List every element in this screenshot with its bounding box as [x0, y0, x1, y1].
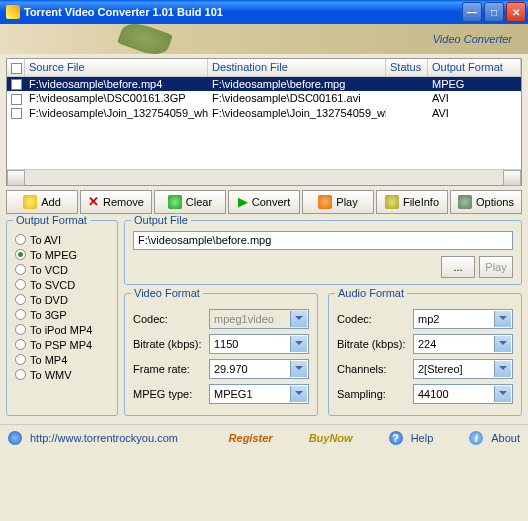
format-radio-to-ipod-mp4[interactable]: To iPod MP4	[15, 324, 109, 336]
radio-icon	[15, 234, 26, 245]
table-row[interactable]: ✓F:\videosample\before.mp4F:\videosample…	[7, 77, 521, 92]
cell-format: AVI	[428, 107, 521, 120]
video-format-legend: Video Format	[131, 287, 203, 299]
radio-icon	[15, 354, 26, 365]
add-button[interactable]: Add	[6, 190, 78, 214]
cell-format: AVI	[428, 92, 521, 105]
website-link[interactable]: http://www.torrentrockyou.com	[30, 432, 178, 444]
cell-status	[386, 92, 428, 105]
maximize-button[interactable]: □	[484, 2, 504, 22]
col-checkbox[interactable]	[7, 59, 25, 76]
clear-button[interactable]: Clear	[154, 190, 226, 214]
format-radio-to-mpeg[interactable]: To MPEG	[15, 249, 109, 261]
radio-icon	[15, 369, 26, 380]
radio-icon	[15, 264, 26, 275]
table-row[interactable]: F:\videosample\DSC00161.3GPF:\videosampl…	[7, 91, 521, 106]
gear-icon	[458, 195, 472, 209]
row-checkbox[interactable]	[11, 108, 22, 119]
audio-format-group: Audio Format Codec:mp2 Bitrate (kbps):22…	[328, 293, 522, 416]
convert-button[interactable]: ▶Convert	[228, 190, 300, 214]
row-checkbox[interactable]	[11, 94, 22, 105]
video-framerate-label: Frame rate:	[133, 363, 205, 375]
horizontal-scrollbar[interactable]	[7, 169, 521, 185]
format-radio-to-svcd[interactable]: To SVCD	[15, 279, 109, 291]
help-icon: ?	[389, 431, 403, 445]
cell-source: F:\videosample\DSC00161.3GP	[25, 92, 208, 105]
output-file-group: Output File ... Play	[124, 220, 522, 285]
output-format-legend: Output Format	[13, 214, 90, 226]
info-icon: i	[469, 431, 483, 445]
audio-codec-select[interactable]: mp2	[413, 309, 513, 329]
col-dest[interactable]: Destination File	[208, 59, 386, 76]
audio-bitrate-label: Bitrate (kbps):	[337, 338, 409, 350]
banner-text: Video Converter	[433, 33, 512, 45]
output-file-legend: Output File	[131, 214, 191, 226]
radio-label: To PSP MP4	[30, 339, 92, 351]
titlebar: Torrent Video Converter 1.01 Buid 101 — …	[0, 0, 528, 24]
col-status[interactable]: Status	[386, 59, 428, 76]
cell-status	[386, 78, 428, 91]
fileinfo-button[interactable]: FileInfo	[376, 190, 448, 214]
format-radio-to-mp4[interactable]: To MP4	[15, 354, 109, 366]
cell-source: F:\videosample\Join_132754059_whcl_	[25, 107, 208, 120]
options-button[interactable]: Options	[450, 190, 522, 214]
play-button[interactable]: Play	[302, 190, 374, 214]
browse-button[interactable]: ...	[441, 256, 475, 278]
refresh-icon	[168, 195, 182, 209]
format-radio-to-vcd[interactable]: To VCD	[15, 264, 109, 276]
audio-sampling-select[interactable]: 44100	[413, 384, 513, 404]
about-link[interactable]: About	[491, 432, 520, 444]
radio-label: To MPEG	[30, 249, 77, 261]
radio-label: To iPod MP4	[30, 324, 92, 336]
file-table: Source File Destination File Status Outp…	[6, 58, 522, 186]
format-radio-to-wmv[interactable]: To WMV	[15, 369, 109, 381]
format-radio-to-psp-mp4[interactable]: To PSP MP4	[15, 339, 109, 351]
close-button[interactable]: ✕	[506, 2, 526, 22]
col-format[interactable]: Output Format	[428, 59, 521, 76]
output-file-input[interactable]	[133, 231, 513, 250]
video-bitrate-label: Bitrate (kbps):	[133, 338, 205, 350]
audio-channels-select[interactable]: 2[Stereo]	[413, 359, 513, 379]
video-codec-select[interactable]: mpeg1video	[209, 309, 309, 329]
radio-icon	[15, 309, 26, 320]
format-radio-to-dvd[interactable]: To DVD	[15, 294, 109, 306]
video-mpegtype-select[interactable]: MPEG1	[209, 384, 309, 404]
leaf-icon	[117, 18, 173, 60]
buynow-link[interactable]: BuyNow	[309, 432, 353, 444]
output-format-group: Output Format To AVITo MPEGTo VCDTo SVCD…	[6, 220, 118, 416]
help-link[interactable]: Help	[411, 432, 434, 444]
video-framerate-select[interactable]: 29.970	[209, 359, 309, 379]
folder-icon	[23, 195, 37, 209]
cell-source: F:\videosample\before.mp4	[25, 78, 208, 91]
cell-dest: F:\videosample\before.mpg	[208, 78, 386, 91]
register-link[interactable]: Register	[229, 432, 273, 444]
radio-icon	[15, 294, 26, 305]
table-row[interactable]: F:\videosample\Join_132754059_whcl_F:\vi…	[7, 106, 521, 121]
disc-icon	[318, 195, 332, 209]
cell-status	[386, 107, 428, 120]
radio-label: To MP4	[30, 354, 67, 366]
app-icon	[6, 5, 20, 19]
audio-codec-label: Codec:	[337, 313, 409, 325]
doc-icon	[385, 195, 399, 209]
cell-format: MPEG	[428, 78, 521, 91]
radio-icon	[15, 279, 26, 290]
minimize-button[interactable]: —	[462, 2, 482, 22]
radio-icon	[15, 324, 26, 335]
video-format-group: Video Format Codec:mpeg1video Bitrate (k…	[124, 293, 318, 416]
play-icon: ▶	[238, 194, 248, 209]
radio-label: To WMV	[30, 369, 72, 381]
cell-dest: F:\videosample\DSC00161.avi	[208, 92, 386, 105]
radio-label: To 3GP	[30, 309, 67, 321]
col-source[interactable]: Source File	[25, 59, 208, 76]
radio-icon	[15, 249, 26, 260]
audio-channels-label: Channels:	[337, 363, 409, 375]
format-radio-to-3gp[interactable]: To 3GP	[15, 309, 109, 321]
format-radio-to-avi[interactable]: To AVI	[15, 234, 109, 246]
audio-bitrate-select[interactable]: 224	[413, 334, 513, 354]
play-file-button[interactable]: Play	[479, 256, 513, 278]
remove-button[interactable]: ✕Remove	[80, 190, 152, 214]
row-checkbox[interactable]: ✓	[11, 79, 22, 90]
radio-label: To DVD	[30, 294, 68, 306]
video-bitrate-select[interactable]: 1150	[209, 334, 309, 354]
